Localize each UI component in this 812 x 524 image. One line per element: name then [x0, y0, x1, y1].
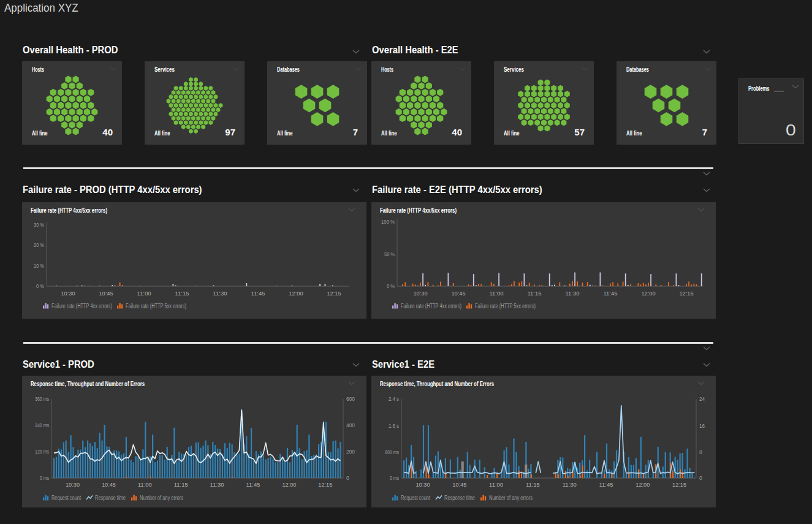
- svg-text:12:15: 12:15: [672, 481, 686, 488]
- svg-text:11:15: 11:15: [175, 290, 189, 297]
- svg-text:8: 8: [699, 449, 702, 455]
- svg-text:11:15: 11:15: [528, 290, 542, 297]
- svg-text:11:15: 11:15: [526, 481, 540, 488]
- svg-text:Failure rate (HTTP 4xx errors): Failure rate (HTTP 4xx errors): [51, 303, 112, 309]
- svg-text:600: 600: [346, 396, 355, 402]
- svg-text:Request count: Request count: [401, 495, 430, 501]
- svg-text:2.4 s: 2.4 s: [389, 396, 399, 402]
- svg-text:100 %: 100 %: [381, 219, 395, 225]
- svg-text:0 %: 0 %: [387, 283, 395, 289]
- svg-text:Number of any errors: Number of any errors: [140, 495, 183, 501]
- svg-text:30 %: 30 %: [34, 222, 44, 228]
- svg-text:120 ms: 120 ms: [35, 449, 49, 455]
- svg-text:0: 0: [346, 475, 349, 481]
- svg-text:11:45: 11:45: [599, 481, 613, 488]
- svg-text:12:00: 12:00: [636, 481, 650, 488]
- svg-text:0 ms: 0 ms: [390, 475, 399, 481]
- svg-text:Failure rate (HTTP 5xx errors): Failure rate (HTTP 5xx errors): [475, 303, 536, 309]
- svg-text:11:30: 11:30: [213, 290, 227, 297]
- svg-text:10:30: 10:30: [61, 290, 75, 297]
- svg-text:12:15: 12:15: [318, 481, 332, 488]
- svg-text:Request count: Request count: [51, 495, 81, 501]
- svg-text:50 %: 50 %: [384, 251, 395, 257]
- svg-text:0: 0: [699, 475, 702, 481]
- svg-text:Response time, Throughput and: Response time, Throughput and Number of …: [31, 381, 145, 387]
- svg-text:Failure rate (HTTP 5xx errors): Failure rate (HTTP 5xx errors): [126, 303, 186, 309]
- svg-text:10:45: 10:45: [102, 481, 116, 488]
- svg-text:16: 16: [699, 423, 705, 429]
- svg-text:10:30: 10:30: [66, 481, 80, 488]
- svg-text:11:00: 11:00: [137, 290, 151, 297]
- svg-text:11:45: 11:45: [251, 290, 265, 297]
- svg-text:12:15: 12:15: [680, 290, 694, 297]
- svg-text:11:30: 11:30: [563, 481, 577, 488]
- svg-text:400: 400: [346, 422, 355, 428]
- svg-text:360 ms: 360 ms: [35, 396, 49, 402]
- svg-text:11:45: 11:45: [604, 290, 618, 297]
- svg-text:10:30: 10:30: [416, 481, 430, 488]
- svg-text:12:15: 12:15: [327, 290, 341, 297]
- svg-text:Failure rate (HTTP 4xx/5xx err: Failure rate (HTTP 4xx/5xx errors): [380, 207, 457, 214]
- svg-text:10:45: 10:45: [452, 290, 466, 297]
- svg-text:Number of any errors: Number of any errors: [489, 495, 533, 501]
- svg-text:12:00: 12:00: [282, 481, 296, 488]
- svg-text:20 %: 20 %: [34, 242, 44, 248]
- svg-text:11:00: 11:00: [490, 290, 504, 297]
- svg-text:11:00: 11:00: [138, 481, 152, 488]
- svg-text:11:30: 11:30: [210, 481, 224, 488]
- svg-text:24: 24: [699, 396, 705, 402]
- svg-text:11:00: 11:00: [489, 481, 503, 488]
- svg-text:11:15: 11:15: [174, 481, 188, 488]
- svg-text:Failure rate (HTTP 4xx errors): Failure rate (HTTP 4xx errors): [401, 303, 461, 309]
- svg-text:Response time: Response time: [444, 495, 475, 501]
- svg-text:11:30: 11:30: [566, 290, 580, 297]
- svg-text:10 %: 10 %: [34, 263, 44, 269]
- svg-text:200: 200: [346, 449, 355, 455]
- svg-text:10:45: 10:45: [452, 481, 466, 488]
- svg-text:0 ms: 0 ms: [40, 475, 49, 481]
- svg-text:800 ms: 800 ms: [385, 449, 399, 455]
- svg-text:Response time, Throughput and: Response time, Throughput and Number of …: [380, 381, 494, 387]
- svg-text:1.6 s: 1.6 s: [389, 423, 399, 429]
- svg-text:Response time: Response time: [95, 495, 126, 501]
- svg-text:12:00: 12:00: [289, 290, 303, 297]
- svg-text:11:45: 11:45: [246, 481, 260, 488]
- svg-text:240 ms: 240 ms: [35, 422, 49, 428]
- svg-text:12:00: 12:00: [642, 290, 656, 297]
- svg-text:10:30: 10:30: [414, 290, 428, 297]
- svg-text:0 %: 0 %: [36, 283, 44, 289]
- svg-text:10:45: 10:45: [99, 290, 113, 297]
- svg-text:Failure rate (HTTP 4xx/5xx err: Failure rate (HTTP 4xx/5xx errors): [31, 207, 107, 214]
